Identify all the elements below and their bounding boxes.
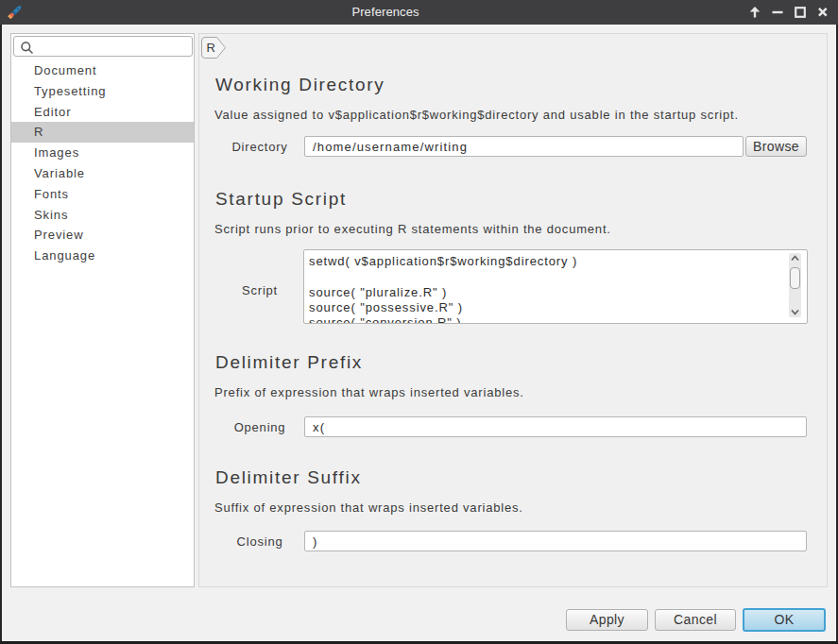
svg-text:R: R <box>206 41 215 55</box>
